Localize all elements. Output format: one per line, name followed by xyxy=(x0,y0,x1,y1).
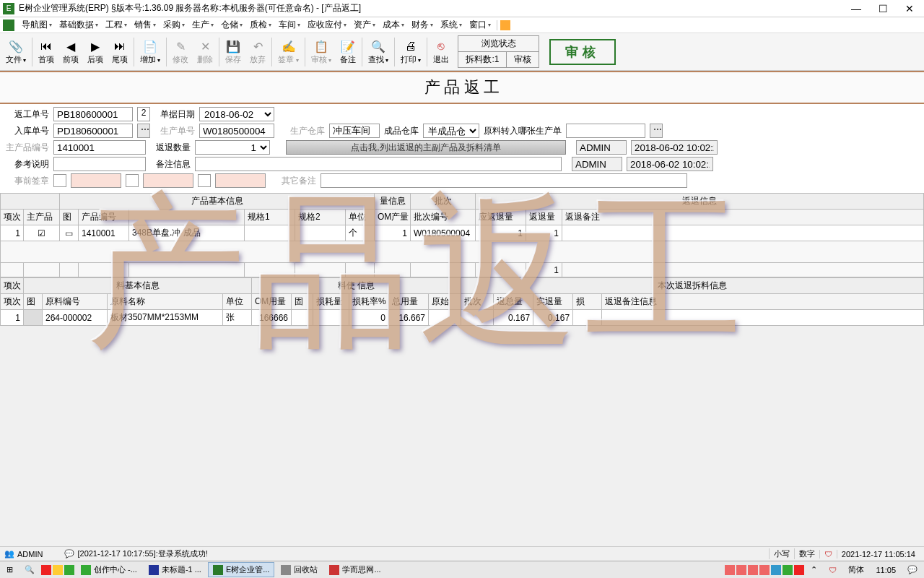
tray-ime[interactable]: 简体 xyxy=(843,562,869,577)
status-time: 2021-12-17 11:05:14 xyxy=(837,550,920,558)
tool-note[interactable]: 📝备注 xyxy=(336,37,360,66)
check-presign-3[interactable] xyxy=(198,174,211,187)
taskbar-item-active[interactable]: E树企业管... xyxy=(208,562,275,577)
list-button[interactable]: 点击我,列出返退的主副产品及拆料清单 xyxy=(286,140,566,155)
taskbar-item[interactable]: 未标题-1 ... xyxy=(144,562,206,577)
input-prodwh[interactable] xyxy=(329,124,380,138)
input-inno[interactable] xyxy=(53,124,133,138)
form-area: 返工单号 2 单据日期 2018-06-02 入库单号 ⋯ 生产单号 生产仓库 … xyxy=(0,104,924,193)
tray-notif-icon[interactable]: 💬 xyxy=(902,563,923,577)
app-icon: E xyxy=(3,3,14,14)
tray-shield-icon[interactable]: 🛡 xyxy=(824,564,842,577)
check-presign-1[interactable] xyxy=(53,174,66,187)
folder-icon[interactable] xyxy=(53,565,63,575)
input-ref[interactable] xyxy=(53,157,146,171)
label-mainprod: 主产品编号 xyxy=(6,142,49,154)
menu-cost[interactable]: 成本 xyxy=(380,17,407,33)
tool-next[interactable]: ▶后项 xyxy=(83,37,108,66)
menu-sales[interactable]: 销售 xyxy=(131,17,159,33)
tool-file[interactable]: 📎文件 xyxy=(1,37,30,66)
audit-ts-1 xyxy=(631,140,718,155)
check-presign-2[interactable] xyxy=(126,174,139,187)
status-bubble-icon: 💬 xyxy=(64,549,74,558)
tool-edit[interactable]: ✎修改 xyxy=(168,37,193,66)
menu-basedata[interactable]: 基础数据 xyxy=(56,17,101,33)
menu-workshop[interactable]: 车间 xyxy=(276,17,303,33)
menu-production[interactable]: 生产 xyxy=(189,17,217,33)
mail-icon[interactable] xyxy=(500,20,510,30)
browse-matto[interactable]: ⋯ xyxy=(650,124,663,138)
taskbar-item[interactable]: 创作中心 -... xyxy=(76,562,142,577)
input-finwh[interactable]: 半成品仓 xyxy=(423,124,479,138)
tool-last[interactable]: ⏭尾项 xyxy=(108,37,132,66)
input-retqty[interactable]: 1 xyxy=(195,140,270,155)
input-returnno[interactable] xyxy=(53,107,133,121)
tool-exit[interactable]: ⎋退出 xyxy=(429,37,453,66)
taskbar-item[interactable]: 学而思网... xyxy=(324,562,385,577)
table-row[interactable]: 1 264-000002 板材3507MM*2153MM 张 166666 0 … xyxy=(1,310,924,326)
tool-add[interactable]: 📄增加 xyxy=(136,37,165,66)
tool-cancel[interactable]: ↶放弃 xyxy=(245,37,270,66)
tool-prev[interactable]: ◀前项 xyxy=(58,37,83,66)
menu-warehouse[interactable]: 仓储 xyxy=(218,17,245,33)
tray-icon[interactable] xyxy=(783,565,793,575)
input-prodno[interactable] xyxy=(199,124,274,138)
grid-materials: 项次 料基本信息 料使 信息 本次返退拆料信息 项次 图 原料编号 原料名称 单… xyxy=(0,277,924,326)
maximize-button[interactable]: ☐ xyxy=(879,3,888,14)
start-button[interactable]: ⊞ xyxy=(1,563,18,577)
menu-purchase[interactable]: 采购 xyxy=(160,17,188,33)
table-sum xyxy=(1,241,924,263)
status-split: 拆料数:1 xyxy=(458,52,507,67)
tool-first[interactable]: ⏮首项 xyxy=(34,37,58,66)
menu-arap[interactable]: 应收应付 xyxy=(305,17,349,33)
statusbar: 👥 ADMIN 💬 [2021-12-17 10:17:55]:登录系统成功! … xyxy=(0,546,924,561)
menu-nav[interactable]: 导航图 xyxy=(19,17,55,33)
tray-clock[interactable]: 11:05 xyxy=(871,564,901,577)
table-row[interactable]: 1 ☑ ▭ 1410001 348B单盘.冲 成品 个 1 W018050000… xyxy=(1,225,924,241)
browse-inno[interactable]: ⋯ xyxy=(137,124,150,138)
tool-audit[interactable]: 📋审核 xyxy=(307,37,336,66)
tool-find[interactable]: 🔍查找 xyxy=(364,37,393,66)
edge-icon[interactable] xyxy=(64,565,74,575)
search-button[interactable]: 🔍 xyxy=(19,563,40,577)
menu-asset[interactable]: 资产 xyxy=(351,17,378,33)
menu-qc[interactable]: 质检 xyxy=(247,17,274,33)
input-noteinfo[interactable] xyxy=(195,157,562,171)
audit-user-2 xyxy=(572,157,622,171)
presign-box-1 xyxy=(71,173,121,188)
tray-icon[interactable] xyxy=(725,565,735,575)
page-title: 产 品 返 工 xyxy=(0,71,924,104)
menu-system[interactable]: 系统 xyxy=(437,17,465,33)
tray-icon[interactable] xyxy=(771,565,781,575)
menu-project[interactable]: 工程 xyxy=(103,17,130,33)
tray-icon[interactable] xyxy=(736,565,746,575)
tool-del[interactable]: ✕删除 xyxy=(193,37,217,66)
toolbar: 📎文件 ⏮首项 ◀前项 ▶后项 ⏭尾项 📄增加 ✎修改 ✕删除 💾保存 ↶放弃 … xyxy=(0,33,924,71)
label-othernote: 其它备注 xyxy=(282,175,316,187)
input-mainprod[interactable] xyxy=(53,140,146,155)
label-finwh: 成品仓库 xyxy=(384,125,419,137)
input-othernote[interactable] xyxy=(321,173,687,188)
tray-icon[interactable] xyxy=(748,565,758,575)
tray-chevron-icon[interactable]: ⌃ xyxy=(806,563,822,577)
taskbar-item[interactable]: 回收站 xyxy=(276,562,323,577)
grp2-use: 料使 信息 xyxy=(252,278,461,294)
label-billdate: 单据日期 xyxy=(154,108,195,121)
grp-basic: 产品基本信息 xyxy=(60,194,375,210)
status-head: 浏览状态 xyxy=(458,36,539,52)
taskbar: ⊞ 🔍 创作中心 -... 未标题-1 ... E树企业管... 回收站 学而思… xyxy=(0,561,924,578)
input-billdate[interactable]: 2018-06-02 xyxy=(199,107,274,121)
tool-print[interactable]: 🖨打印 xyxy=(396,37,425,66)
tool-sign[interactable]: ✍签章 xyxy=(274,37,302,66)
minimize-button[interactable]: — xyxy=(851,3,861,14)
close-button[interactable]: ✕ xyxy=(905,3,914,14)
qq-icon[interactable] xyxy=(41,565,51,575)
menubar: 导航图 基础数据 工程 销售 采购 生产 仓储 质检 车间 应收应付 资产 成本… xyxy=(0,17,924,33)
input-matto[interactable] xyxy=(566,124,645,138)
tool-save[interactable]: 💾保存 xyxy=(221,37,245,66)
menu-finance[interactable]: 财务 xyxy=(409,17,436,33)
tray-icon[interactable] xyxy=(759,565,770,575)
tray-icon[interactable] xyxy=(794,565,804,575)
input-returnno-seq: 2 xyxy=(137,107,150,121)
menu-window[interactable]: 窗口 xyxy=(466,17,494,33)
